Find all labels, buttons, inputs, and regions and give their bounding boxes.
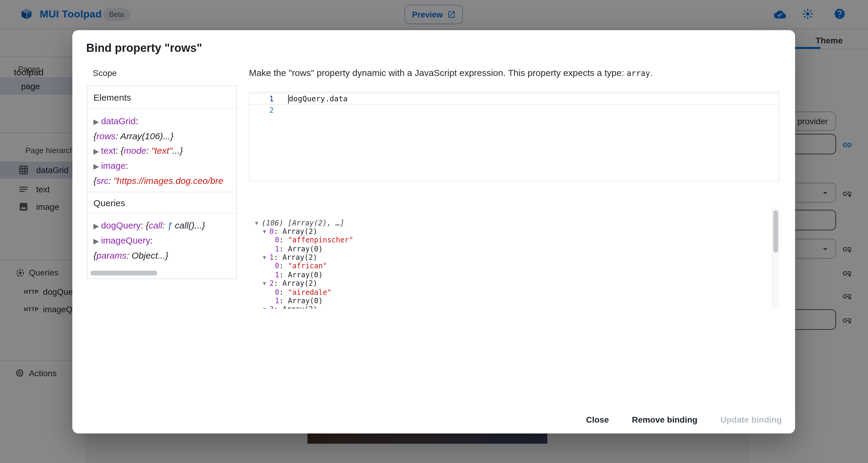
result-tree-row[interactable]: ▼2: Array(2) xyxy=(249,279,779,288)
scope-label: Scope xyxy=(93,68,117,78)
close-button[interactable]: Close xyxy=(584,413,611,426)
dialog-description: Make the "rows" property dynamic with a … xyxy=(249,67,779,78)
result-tree-row[interactable]: ▼1: Array(2) xyxy=(249,253,779,262)
result-tree-row: 0: "airedale" xyxy=(249,288,779,297)
collapse-triangle-icon[interactable]: ▼ xyxy=(263,253,270,262)
result-json-tree[interactable]: ▼(106) [Array(2), …]▼0: Array(2)0: "affe… xyxy=(249,207,779,309)
expression-result-panel: ▼(106) [Array(2), …]▼0: Array(2)0: "affe… xyxy=(249,207,779,309)
collapse-triangle-icon[interactable]: ▼ xyxy=(255,219,261,227)
scope-tree-item[interactable]: ▶ imageQuery: {params: Object...} xyxy=(93,233,233,263)
scope-tree-item[interactable]: ▶ text: {mode: "text"...} xyxy=(93,144,233,159)
update-binding-button[interactable]: Update binding xyxy=(718,413,784,426)
collapse-triangle-icon[interactable]: ▼ xyxy=(263,279,270,288)
remove-binding-button[interactable]: Remove binding xyxy=(629,413,700,426)
scope-tree-item[interactable]: ▶ dataGrid: {rows: Array(106)...} xyxy=(93,114,233,144)
result-tree-row: 1: Array(0) xyxy=(249,244,779,253)
editor-code: dogQuery.data xyxy=(289,93,348,104)
result-tree-row[interactable]: ▼0: Array(2) xyxy=(249,227,779,236)
result-tree-row[interactable]: ▼3: Array(2) xyxy=(249,305,779,309)
scope-tree-item[interactable]: ▶ dogQuery: {call: ƒ call()...} xyxy=(93,218,233,233)
result-tree-row: 0: "african" xyxy=(249,262,779,271)
result-tree-row: 1: Array(0) xyxy=(249,271,779,279)
queries-tree[interactable]: ▶ dogQuery: {call: ƒ call()...}▶ imageQu… xyxy=(87,213,236,267)
collapse-triangle-icon[interactable]: ▼ xyxy=(263,227,270,236)
description-text: Make the "rows" property dynamic with a … xyxy=(249,67,627,78)
dialog-title: Bind property "rows" xyxy=(86,41,202,55)
result-tree-row: 1: Array(0) xyxy=(249,297,779,305)
type-token: array xyxy=(627,69,650,78)
elements-tree[interactable]: ▶ dataGrid: {rows: Array(106)...}▶ text:… xyxy=(87,109,236,192)
description-period: . xyxy=(650,67,652,78)
dialog-actions: Close Remove binding Update binding xyxy=(584,413,784,426)
line-number-2: 2 xyxy=(250,104,274,116)
vertical-scrollbar-thumb[interactable] xyxy=(773,210,778,253)
text-cursor xyxy=(288,95,289,104)
js-expression-editor[interactable]: 1 2 dogQuery.data xyxy=(249,92,779,182)
bind-property-dialog: Bind property "rows" Scope Elements ▶ da… xyxy=(72,30,795,433)
line-number-1: 1 xyxy=(250,93,274,104)
scope-panel: Elements ▶ dataGrid: {rows: Array(106)..… xyxy=(87,86,237,279)
result-tree-row: 0: "affenpinscher" xyxy=(249,236,779,245)
screen: MUI Toolpad Beta Preview toolpad Pages p… xyxy=(0,0,868,463)
horizontal-scrollbar[interactable] xyxy=(90,271,157,276)
result-tree-row[interactable]: ▼(106) [Array(2), …] xyxy=(249,219,779,227)
queries-header: Queries xyxy=(87,192,236,213)
elements-header: Elements xyxy=(87,86,236,109)
collapse-triangle-icon[interactable]: ▼ xyxy=(263,305,270,309)
scope-tree-item[interactable]: ▶ image: {src: "https://images.dog.ceo/b… xyxy=(93,159,233,188)
